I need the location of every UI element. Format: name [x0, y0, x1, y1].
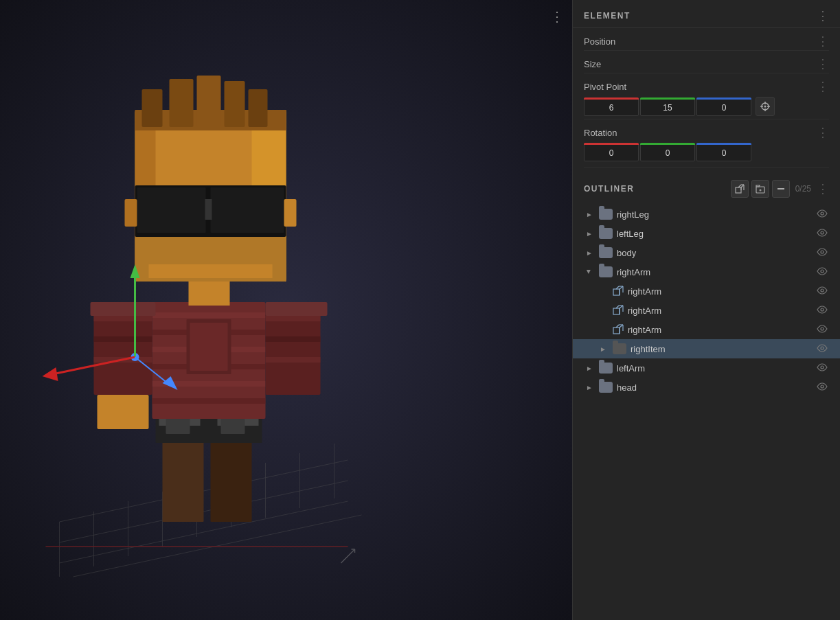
- chevron-icon: ►: [584, 266, 595, 277]
- tree-item-label: leftLeg: [617, 229, 815, 239]
- position-menu-button[interactable]: ⋮: [817, 35, 829, 47]
- svg-rect-24: [166, 419, 190, 434]
- tree-item-rightArm_cube3[interactable]: rightArm: [573, 320, 840, 339]
- svg-rect-40: [98, 395, 149, 429]
- svg-point-89: [821, 251, 824, 253]
- chevron-icon: ►: [584, 209, 595, 220]
- tree-item-rightArm[interactable]: ►rightArm: [573, 262, 840, 282]
- svg-rect-105: [613, 328, 620, 334]
- eye-icon[interactable]: [815, 324, 829, 335]
- svg-rect-37: [94, 336, 152, 342]
- rotation-label: Rotation: [584, 128, 639, 138]
- eye-icon[interactable]: [815, 209, 829, 220]
- tree-item-label: leftArm: [617, 363, 815, 374]
- svg-rect-91: [613, 289, 620, 295]
- svg-point-114: [821, 385, 824, 388]
- tree-item-rightArm_cube1[interactable]: rightArm: [573, 282, 840, 301]
- svg-point-76: [764, 106, 767, 108]
- eye-icon[interactable]: [815, 266, 829, 277]
- svg-line-102: [620, 306, 623, 308]
- svg-rect-57: [137, 187, 206, 233]
- rotation-section: Rotation ⋮: [584, 119, 829, 168]
- chevron-icon: ►: [598, 343, 609, 354]
- eye-icon[interactable]: [815, 228, 829, 239]
- svg-rect-17: [163, 439, 204, 522]
- folder-icon: [613, 343, 626, 354]
- rotation-z-wrap: [696, 143, 751, 161]
- folder-icon: [599, 228, 613, 239]
- outliner-remove-button[interactable]: [772, 180, 790, 198]
- folder-icon: [599, 266, 613, 277]
- svg-point-88: [821, 231, 824, 234]
- svg-line-14: [341, 549, 355, 563]
- eye-icon[interactable]: [815, 305, 829, 316]
- svg-point-87: [821, 212, 824, 215]
- tree-item-rightArm_cube2[interactable]: rightArm: [573, 301, 840, 320]
- eye-icon[interactable]: [815, 363, 829, 374]
- svg-point-97: [821, 289, 824, 292]
- svg-rect-19: [211, 439, 252, 522]
- svg-point-113: [821, 366, 824, 369]
- pivot-x-input[interactable]: [584, 97, 639, 116]
- eye-icon[interactable]: [815, 382, 829, 393]
- svg-line-99: [616, 306, 619, 308]
- folder-icon: [599, 382, 613, 393]
- cube-icon: [613, 305, 624, 316]
- pivot-y-input[interactable]: [640, 97, 695, 116]
- pivot-z-input[interactable]: [696, 97, 751, 116]
- position-label: Position: [584, 36, 639, 47]
- svg-rect-77: [736, 187, 741, 193]
- svg-rect-61: [149, 264, 273, 278]
- svg-rect-42: [266, 316, 321, 321]
- rotation-y-input[interactable]: [640, 143, 695, 161]
- viewport-menu-button[interactable]: ⋮: [550, 8, 564, 25]
- svg-rect-55: [249, 89, 268, 127]
- eye-icon[interactable]: [815, 247, 829, 258]
- tree-item-label: rightItem: [631, 344, 815, 354]
- tree-item-leftLeg[interactable]: ►leftLeg: [573, 224, 840, 243]
- right-panel: ELEMENT ⋮ Position ⋮ Size ⋮ Pivot Point …: [572, 0, 840, 620]
- rotation-x-input[interactable]: [584, 143, 639, 161]
- size-row: Size ⋮: [584, 51, 829, 73]
- svg-rect-53: [197, 76, 221, 127]
- tree-item-body[interactable]: ►body: [573, 243, 840, 262]
- rotation-x-wrap: [584, 143, 639, 161]
- tree-item-label: rightArm: [628, 306, 815, 316]
- pivot-z-wrap: [696, 97, 751, 116]
- tree-item-label: rightArm: [617, 267, 815, 277]
- outliner-header: OUTLINER: [573, 173, 840, 205]
- tree-item-head[interactable]: ►head: [573, 378, 840, 397]
- folder-icon: [599, 363, 613, 374]
- svg-point-112: [821, 347, 824, 349]
- rotation-z-input[interactable]: [696, 143, 751, 161]
- tree-item-rightItem[interactable]: ►rightItem: [573, 339, 840, 358]
- pivot-point-label: Pivot Point: [584, 82, 639, 92]
- chevron-icon: ►: [584, 247, 595, 258]
- pivot-target-button[interactable]: [756, 97, 775, 116]
- pivot-point-section: Pivot Point ⋮: [584, 73, 829, 119]
- svg-rect-34: [190, 323, 228, 371]
- svg-rect-59: [205, 199, 212, 220]
- tree-container: ►rightLeg ►leftLeg ►body ►rightArm right…: [573, 205, 840, 397]
- pivot-point-menu-button[interactable]: ⋮: [817, 80, 829, 93]
- rotation-menu-button[interactable]: ⋮: [817, 126, 829, 139]
- eye-icon[interactable]: [815, 286, 829, 297]
- chevron-icon: [598, 324, 609, 335]
- outliner-section: OUTLINER: [573, 173, 840, 620]
- tree-item-label: rightArm: [628, 286, 815, 297]
- element-panel-menu-button[interactable]: ⋮: [817, 10, 829, 22]
- tree-item-label: rightArm: [628, 325, 815, 335]
- outliner-controls: 0/25 ⋮: [731, 180, 829, 198]
- chevron-icon: ►: [584, 382, 595, 393]
- tree-item-rightLeg[interactable]: ►rightLeg: [573, 205, 840, 224]
- svg-rect-32: [152, 398, 266, 404]
- outliner-menu-button[interactable]: ⋮: [817, 183, 829, 195]
- eye-icon[interactable]: [815, 343, 829, 354]
- svg-rect-52: [170, 79, 194, 127]
- svg-rect-46: [189, 282, 230, 306]
- outliner-add-cube-button[interactable]: [731, 180, 749, 198]
- cube-icon: [613, 324, 624, 335]
- tree-item-leftArm[interactable]: ►leftArm: [573, 358, 840, 378]
- size-menu-button[interactable]: ⋮: [817, 58, 829, 70]
- outliner-add-folder-button[interactable]: [751, 180, 769, 198]
